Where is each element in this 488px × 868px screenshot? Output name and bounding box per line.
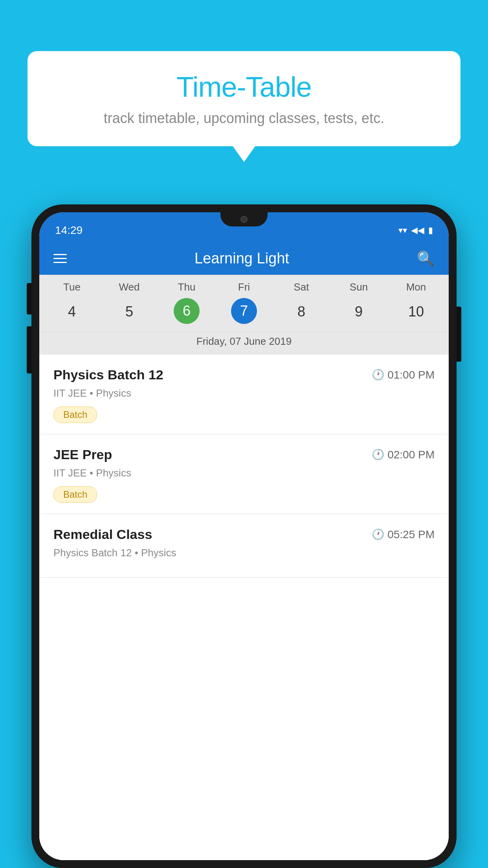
phone-notch xyxy=(220,212,268,226)
day-label-thu: Thu xyxy=(158,281,215,293)
battery-icon: ▮ xyxy=(428,225,433,235)
signal-icon: ◀◀ xyxy=(411,225,424,235)
class-item-0[interactable]: Physics Batch 12 🕐 01:00 PM IIT JEE • Ph… xyxy=(39,355,449,434)
app-bar: Learning Light 🔍 xyxy=(39,242,449,275)
day-4[interactable]: 4 xyxy=(43,298,101,326)
status-icons: ▾▾ ◀◀ ▮ xyxy=(398,225,433,235)
hamburger-menu-icon[interactable] xyxy=(53,254,67,263)
phone-btn-left xyxy=(27,283,31,314)
batch-badge-0: Batch xyxy=(53,406,97,423)
class-name-2: Remedial Class xyxy=(53,527,152,542)
day-5[interactable]: 5 xyxy=(101,298,158,326)
class-time-1: 🕐 02:00 PM xyxy=(372,449,435,461)
status-time: 14:29 xyxy=(55,224,83,237)
day-label-wed: Wed xyxy=(101,281,158,293)
phone-btn-left2 xyxy=(27,326,31,373)
class-time-0: 🕐 01:00 PM xyxy=(372,369,435,381)
day-6-today[interactable]: 6 xyxy=(174,298,200,324)
day-7-selected[interactable]: 7 xyxy=(231,298,257,324)
bubble-subtitle: track timetable, upcoming classes, tests… xyxy=(51,110,437,127)
class-subtitle-1: IIT JEE • Physics xyxy=(53,467,435,479)
app-title: Learning Light xyxy=(194,250,289,267)
class-subtitle-2: Physics Batch 12 • Physics xyxy=(53,547,435,559)
day-label-tue: Tue xyxy=(43,281,101,293)
clock-icon-2: 🕐 xyxy=(372,528,384,541)
day-label-sat: Sat xyxy=(273,281,330,293)
wifi-icon: ▾▾ xyxy=(398,225,407,235)
day-numbers: 4 5 6 7 8 9 10 xyxy=(39,296,449,332)
class-name-1: JEE Prep xyxy=(53,447,112,462)
day-9[interactable]: 9 xyxy=(330,298,387,326)
class-item-1[interactable]: JEE Prep 🕐 02:00 PM IIT JEE • Physics Ba… xyxy=(39,434,449,514)
phone-btn-right xyxy=(457,307,461,362)
class-subtitle-0: IIT JEE • Physics xyxy=(53,387,435,399)
phone-camera xyxy=(240,216,248,223)
phone-screen: 14:29 ▾▾ ◀◀ ▮ Learning Light 🔍 xyxy=(39,212,449,860)
phone-outer: 14:29 ▾▾ ◀◀ ▮ Learning Light 🔍 xyxy=(31,204,457,868)
clock-icon-1: 🕐 xyxy=(372,449,384,461)
calendar-header: Tue Wed Thu Fri Sat Sun Mon 4 5 6 7 8 9 … xyxy=(39,275,449,355)
batch-badge-1: Batch xyxy=(53,486,97,503)
class-list: Physics Batch 12 🕐 01:00 PM IIT JEE • Ph… xyxy=(39,355,449,860)
class-item-2[interactable]: Remedial Class 🕐 05:25 PM Physics Batch … xyxy=(39,514,449,577)
day-label-mon: Mon xyxy=(387,281,445,293)
phone-mockup: 14:29 ▾▾ ◀◀ ▮ Learning Light 🔍 xyxy=(31,204,457,868)
day-8[interactable]: 8 xyxy=(273,298,330,326)
day-label-sun: Sun xyxy=(330,281,387,293)
day-labels: Tue Wed Thu Fri Sat Sun Mon xyxy=(39,275,449,296)
clock-icon-0: 🕐 xyxy=(372,369,384,381)
class-name-0: Physics Batch 12 xyxy=(53,367,163,383)
class-item-header-0: Physics Batch 12 🕐 01:00 PM xyxy=(53,367,435,383)
day-label-fri: Fri xyxy=(215,281,273,293)
day-10[interactable]: 10 xyxy=(387,298,445,326)
search-icon[interactable]: 🔍 xyxy=(417,250,435,267)
speech-bubble: Time-Table track timetable, upcoming cla… xyxy=(28,51,460,146)
class-item-header-2: Remedial Class 🕐 05:25 PM xyxy=(53,527,435,542)
bubble-title: Time-Table xyxy=(51,71,437,103)
class-time-2: 🕐 05:25 PM xyxy=(372,528,435,541)
selected-date-label: Friday, 07 June 2019 xyxy=(39,332,449,355)
speech-bubble-area: Time-Table track timetable, upcoming cla… xyxy=(28,51,460,146)
class-item-header-1: JEE Prep 🕐 02:00 PM xyxy=(53,447,435,462)
